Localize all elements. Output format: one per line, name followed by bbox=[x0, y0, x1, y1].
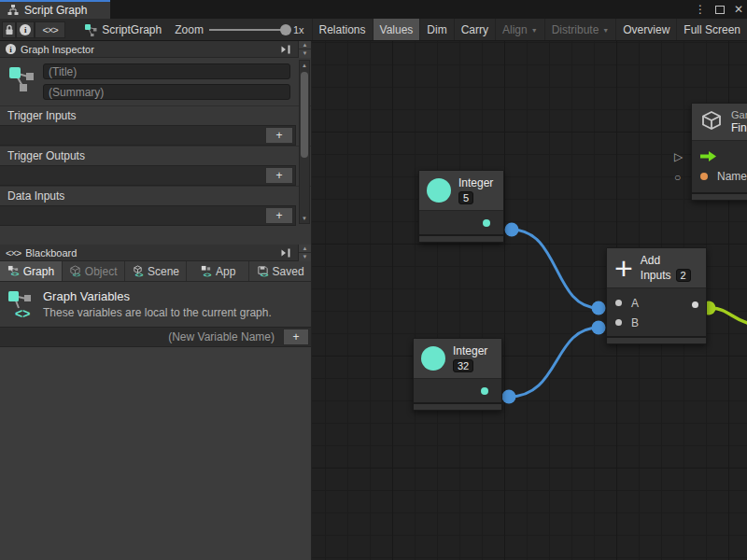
chevron-down-icon: ▼ bbox=[531, 27, 538, 34]
inputs-count-field[interactable]: 2 bbox=[676, 269, 691, 282]
zoom-slider[interactable] bbox=[209, 29, 288, 31]
distribute-button[interactable]: Distribute▼ bbox=[544, 19, 616, 40]
data-inputs-list: + bbox=[0, 205, 296, 226]
add-variable-button[interactable]: + bbox=[283, 329, 309, 345]
inspector-toggle-button[interactable]: i bbox=[16, 21, 35, 38]
up-arrow-icon[interactable]: ▲ bbox=[299, 245, 311, 254]
name-input-port[interactable] bbox=[700, 173, 708, 180]
tab-saved[interactable]: <> Saved bbox=[249, 261, 311, 281]
graph-variables-icon: <> bbox=[7, 289, 34, 321]
blackboard-empty-area bbox=[0, 347, 311, 560]
dock-icon[interactable] bbox=[278, 43, 293, 56]
graph-variables-description: These variables are local to the current… bbox=[43, 306, 272, 319]
graph-variables-info: <> Graph Variables These variables are l… bbox=[0, 282, 311, 327]
angle-x-icon: <×> bbox=[6, 247, 21, 259]
graph-meta-fields bbox=[0, 58, 311, 105]
wire-endpoint[interactable] bbox=[592, 321, 606, 335]
values-button[interactable]: Values bbox=[373, 19, 420, 40]
output-port[interactable] bbox=[692, 301, 698, 308]
relations-button[interactable]: Relations bbox=[312, 19, 373, 40]
align-button[interactable]: Align▼ bbox=[495, 19, 544, 40]
gameobject-find-node[interactable]: GameObject Find Name bbox=[691, 103, 747, 201]
close-icon[interactable]: ✕ bbox=[734, 3, 743, 16]
scroll-down-icon[interactable]: ▼ bbox=[302, 214, 307, 223]
summary-field[interactable] bbox=[43, 84, 290, 100]
output-port[interactable] bbox=[483, 219, 490, 227]
blackboard-title: Blackboard bbox=[25, 247, 274, 259]
maximize-icon[interactable] bbox=[715, 6, 725, 14]
wire-endpoint[interactable] bbox=[502, 390, 516, 404]
node-title: Add bbox=[641, 254, 691, 267]
wire-endpoint[interactable] bbox=[505, 223, 519, 237]
graph-inspector-content: Trigger Inputs + Trigger Outputs + Data … bbox=[0, 58, 311, 245]
pane-scroll-arrows[interactable]: ▲▼ bbox=[298, 41, 311, 58]
app-tab-icon: <> bbox=[200, 265, 212, 277]
name-port-label: Name bbox=[717, 170, 747, 183]
node-title: Integer bbox=[453, 344, 487, 357]
integer-type-icon bbox=[427, 178, 451, 203]
graph-canvas[interactable]: Integer 5 Integer 32 bbox=[312, 41, 747, 560]
up-arrow-icon[interactable]: ▲ bbox=[299, 41, 311, 50]
tab-object[interactable]: <> Object bbox=[63, 261, 124, 281]
script-graph-window: Script Graph ⋮ ✕ i <×> ScriptGraph Zoom … bbox=[0, 0, 747, 560]
zoom-slider-handle[interactable] bbox=[280, 24, 291, 35]
wire-endpoint[interactable] bbox=[592, 301, 606, 315]
input-port-b[interactable] bbox=[615, 319, 622, 326]
inspector-scrollbar[interactable]: ▲ ▼ bbox=[299, 60, 310, 224]
overview-button[interactable]: Overview bbox=[615, 19, 676, 40]
tab-script-graph[interactable]: Script Graph bbox=[0, 0, 110, 19]
graph-breadcrumb[interactable]: ScriptGraph bbox=[84, 23, 162, 36]
zoom-label: Zoom bbox=[175, 23, 204, 36]
port-a-label: A bbox=[631, 297, 639, 310]
graph-inspector-header: i Graph Inspector ▲▼ bbox=[0, 41, 311, 58]
trigger-port-outline-icon[interactable]: ▷ bbox=[674, 150, 683, 163]
data-inputs-label: Data Inputs bbox=[0, 186, 311, 205]
object-tab-icon: <> bbox=[69, 265, 81, 277]
integer-node-32[interactable]: Integer 32 bbox=[413, 338, 502, 411]
output-port[interactable] bbox=[481, 387, 488, 395]
integer-type-icon bbox=[421, 346, 445, 371]
integer-value-field[interactable]: 5 bbox=[458, 191, 473, 204]
info-icon: i bbox=[20, 24, 31, 35]
full-screen-button[interactable]: Full Screen bbox=[676, 19, 747, 40]
tab-graph[interactable]: <> Graph bbox=[0, 261, 62, 281]
scrollbar-thumb[interactable] bbox=[301, 72, 308, 158]
kebab-menu-icon[interactable]: ⋮ bbox=[695, 3, 706, 16]
code-view-button[interactable]: <×> bbox=[35, 21, 65, 38]
graph-glyph-icon bbox=[7, 63, 35, 100]
trigger-arrow-icon[interactable] bbox=[700, 151, 716, 161]
add-trigger-output-button[interactable]: + bbox=[265, 167, 293, 184]
tab-app[interactable]: <> App bbox=[187, 261, 248, 281]
new-variable-input[interactable] bbox=[2, 329, 280, 344]
pane-scroll-arrows[interactable]: ▲▼ bbox=[298, 245, 311, 261]
port-b-label: B bbox=[631, 316, 639, 329]
dim-button[interactable]: Dim bbox=[419, 19, 453, 40]
add-trigger-input-button[interactable]: + bbox=[265, 127, 293, 144]
add-node[interactable]: + Add Inputs 2 A B bbox=[606, 247, 707, 344]
title-field[interactable] bbox=[43, 63, 290, 79]
trigger-inputs-label: Trigger Inputs bbox=[0, 105, 311, 125]
window-controls: ⋮ ✕ bbox=[695, 0, 743, 19]
saved-tab-icon: <> bbox=[257, 265, 269, 277]
integer-node-5[interactable]: Integer 5 bbox=[418, 170, 504, 243]
graph-toolbar: i <×> ScriptGraph Zoom 1x Relations Valu… bbox=[0, 19, 747, 41]
wire-integer5-to-a[interactable] bbox=[512, 230, 599, 308]
data-port-outline-icon[interactable]: ○ bbox=[674, 171, 681, 184]
chevron-down-icon: ▼ bbox=[602, 27, 609, 34]
add-data-input-button[interactable]: + bbox=[265, 207, 293, 224]
svg-text:<>: <> bbox=[15, 306, 30, 321]
tab-title: Script Graph bbox=[24, 4, 87, 17]
input-port-a[interactable] bbox=[615, 300, 622, 306]
angle-x-icon: <×> bbox=[42, 24, 57, 35]
dock-icon[interactable] bbox=[278, 246, 293, 259]
down-arrow-icon[interactable]: ▼ bbox=[299, 49, 311, 58]
add-operator-icon: + bbox=[614, 255, 633, 281]
down-arrow-icon[interactable]: ▼ bbox=[299, 253, 311, 261]
svg-text:<>: <> bbox=[260, 271, 268, 277]
tab-scene[interactable]: <> Scene bbox=[125, 261, 187, 281]
lock-button[interactable] bbox=[2, 21, 16, 38]
carry-button[interactable]: Carry bbox=[454, 19, 495, 40]
scroll-up-icon[interactable]: ▲ bbox=[302, 61, 307, 70]
integer-value-field[interactable]: 32 bbox=[453, 359, 473, 372]
wire-integer32-to-b[interactable] bbox=[509, 328, 599, 397]
